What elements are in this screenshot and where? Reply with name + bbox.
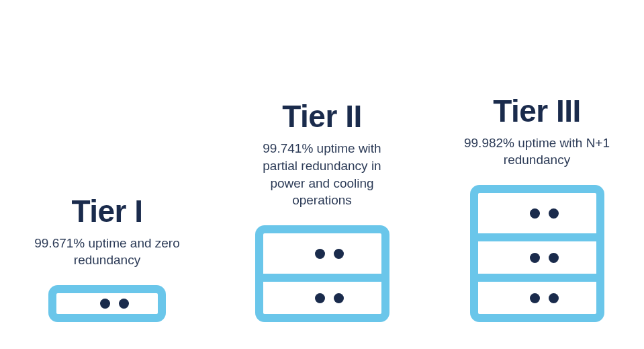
tier-3: Tier III 99.982% uptime with N+1 redunda… xyxy=(450,93,625,322)
server-dots xyxy=(530,208,559,219)
server-unit xyxy=(263,274,381,314)
server-dots xyxy=(100,299,129,309)
dot-icon xyxy=(530,293,540,303)
dot-icon xyxy=(549,208,559,219)
tier-description: 99.741% uptime with partial redundancy i… xyxy=(245,140,400,209)
dot-icon xyxy=(530,253,540,263)
server-unit xyxy=(478,274,596,314)
server-dots xyxy=(315,249,344,259)
dot-icon xyxy=(549,253,559,263)
server-unit xyxy=(263,233,381,274)
server-icon xyxy=(48,285,166,322)
server-dots xyxy=(530,253,559,263)
server-unit xyxy=(478,193,596,233)
dot-icon xyxy=(549,293,559,303)
server-icon xyxy=(255,225,389,322)
server-dots xyxy=(530,293,559,303)
tier-title: Tier II xyxy=(282,98,361,134)
tier-2: Tier II 99.741% uptime with partial redu… xyxy=(235,98,410,322)
dot-icon xyxy=(334,293,344,303)
tier-title: Tier III xyxy=(493,93,581,129)
dot-icon xyxy=(334,249,344,259)
server-unit xyxy=(478,233,596,274)
tier-description: 99.671% uptime and zero redundancy xyxy=(30,235,185,269)
dot-icon xyxy=(119,299,129,309)
dot-icon xyxy=(100,299,110,309)
dot-icon xyxy=(530,208,540,219)
server-dots xyxy=(315,293,344,303)
tier-title: Tier I xyxy=(71,193,142,229)
dot-icon xyxy=(315,293,325,303)
dot-icon xyxy=(315,249,325,259)
tier-description: 99.982% uptime with N+1 redundancy xyxy=(460,134,614,169)
server-icon xyxy=(470,185,604,322)
tier-1: Tier I 99.671% uptime and zero redundanc… xyxy=(20,193,195,322)
